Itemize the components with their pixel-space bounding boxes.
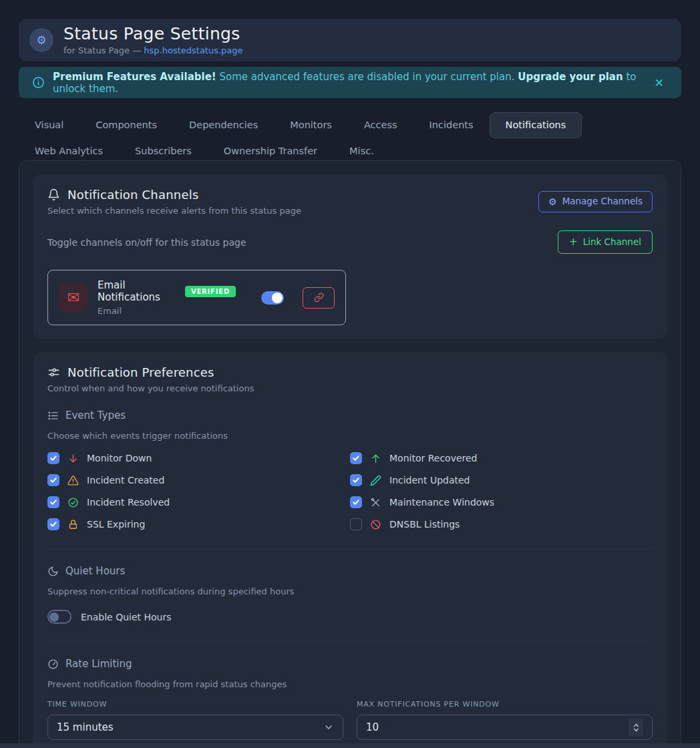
rate-limiting-subtitle: Prevent notification flooding from rapid… [47,679,653,689]
check-circle-icon [67,497,79,508]
pencil-icon [370,475,381,486]
event-types-grid: Monitor DownIncident CreatedIncident Res… [47,451,653,531]
quiet-hours-toggle-label: Enable Quiet Hours [81,612,172,622]
email-icon: ✉ [59,283,88,313]
lock-icon [67,519,79,530]
verified-badge: VERIFIED [185,286,236,297]
notification-preferences-card: Notification Preferences Control when an… [33,352,667,748]
number-stepper[interactable] [629,719,643,736]
gear-icon: ⚙ [29,28,53,52]
event-monitor-recovered[interactable]: Monitor Recovered [350,451,653,465]
event-types-title: Event Types [65,409,126,421]
unlink-channel-button[interactable] [303,287,335,309]
link-icon [314,293,324,303]
quiet-hours-subtitle: Suppress non-critical notifications duri… [47,586,653,596]
event-label: Maintenance Windows [389,497,494,508]
event-incident-updated[interactable]: Incident Updated [350,474,653,487]
channels-title: Notification Channels [67,188,198,202]
event-label: Incident Created [87,475,164,486]
event-label: Monitor Recovered [389,453,478,463]
link-channel-button[interactable]: + Link Channel [558,230,653,254]
checkbox[interactable] [350,452,362,464]
time-window-select[interactable]: 15 minutes [47,715,343,740]
list-icon [47,410,59,421]
tab-notifications[interactable]: Notifications [490,112,582,138]
event-incident-resolved[interactable]: Incident Resolved [47,496,350,509]
event-maintenance-windows[interactable]: Maintenance Windows [350,496,653,509]
max-notifications-label: MAX NOTIFICATIONS PER WINDOW [357,700,653,709]
chevron-down-icon [323,722,334,733]
event-label: Incident Resolved [87,497,170,508]
event-ssl-expiring[interactable]: SSL Expiring [47,518,350,531]
tab-incidents[interactable]: Incidents [413,112,490,138]
event-dnsbl-listings[interactable]: DNSBL Listings [350,518,653,531]
settings-tab-bar: VisualComponentsDependenciesMonitorsAcce… [19,112,681,164]
max-notifications-field [357,715,653,740]
tools-icon [370,497,381,508]
event-label: Incident Updated [389,475,470,486]
warning-triangle-icon [67,475,79,486]
status-page-link[interactable]: hsp.hostedstatus.page [144,45,242,55]
preferences-subtitle: Control when and how you receive notific… [47,383,653,393]
event-types-subtitle: Choose which events trigger notification… [47,431,653,441]
rate-limiting-title: Rate Limiting [65,658,132,670]
page-subtitle: for Status Page — hsp.hostedstatus.page [63,45,243,55]
event-label: SSL Expiring [87,519,145,530]
tab-components[interactable]: Components [79,112,173,138]
preferences-title: Notification Preferences [67,365,214,379]
channel-type: Email [98,306,236,316]
max-notifications-input[interactable] [366,721,623,733]
toggle-hint: Toggle channels on/off for this status p… [47,237,246,248]
checkbox[interactable] [350,496,362,508]
plus-icon: + [569,237,578,247]
ban-icon [370,519,381,530]
manage-channels-button[interactable]: ⚙ Manage Channels [538,191,653,212]
divider [47,641,653,642]
info-icon [32,76,45,89]
tab-visual[interactable]: Visual [19,112,79,138]
sliders-icon [47,366,60,379]
page-title: Status Page Settings [63,25,243,43]
tab-monitors[interactable]: Monitors [274,112,348,138]
moon-icon [47,566,59,577]
event-incident-created[interactable]: Incident Created [47,474,350,487]
channel-name: Email Notifications [98,279,178,303]
divider [47,548,653,549]
quiet-hours-title: Quiet Hours [65,565,125,577]
tab-access[interactable]: Access [348,112,413,138]
tab-dependencies[interactable]: Dependencies [173,112,274,138]
notifications-tab-panel: Notification Channels Select which chann… [19,160,681,748]
checkbox[interactable] [47,474,59,486]
banner-text: Premium Features Available! Some advance… [53,71,643,95]
event-label: DNSBL Listings [389,519,460,530]
checkbox[interactable] [350,474,362,486]
checkbox[interactable] [47,518,59,530]
time-window-label: TIME WINDOW [47,700,343,709]
email-channel-toggle[interactable] [261,291,284,305]
notification-channels-card: Notification Channels Select which chann… [33,174,667,339]
checkbox[interactable] [47,452,59,464]
gear-icon: ⚙ [548,197,557,206]
channels-subtitle: Select which channels receive alerts fro… [47,206,301,216]
email-channel-card: ✉ Email Notifications VERIFIED Email [47,270,346,325]
event-label: Monitor Down [87,453,152,463]
checkbox[interactable] [350,518,362,530]
quiet-hours-toggle[interactable] [47,610,71,624]
checkbox[interactable] [47,496,59,508]
upgrade-plan-link[interactable]: Upgrade your plan [518,71,623,83]
page-header: ⚙ Status Page Settings for Status Page —… [19,19,681,61]
arrow-up-icon [370,453,381,464]
event-monitor-down[interactable]: Monitor Down [47,451,350,465]
gauge-icon [47,659,59,670]
horizontal-scrollbar[interactable] [0,743,700,748]
arrow-down-icon [67,453,79,464]
close-icon[interactable]: ✕ [651,73,668,92]
premium-banner: Premium Features Available! Some advance… [19,67,681,98]
bell-icon [47,188,60,201]
